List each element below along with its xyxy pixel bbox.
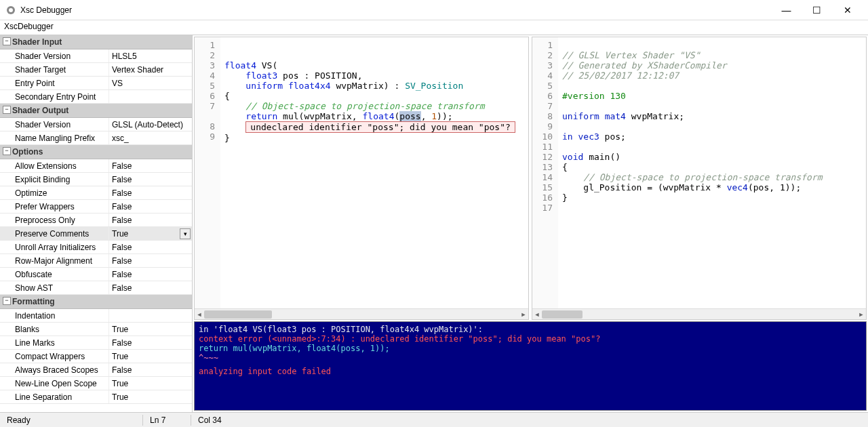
code-content[interactable]: // GLSL Vertex Shader "VS" // Generated …: [558, 37, 866, 308]
property-value[interactable]: True: [108, 377, 192, 390]
scroll-right-arrow[interactable]: ►: [856, 309, 866, 320]
console-line: analyzing input code failed: [199, 367, 862, 376]
property-value[interactable]: False: [108, 281, 192, 294]
property-row[interactable]: Compact WrappersTrue: [0, 350, 192, 363]
property-value[interactable]: HLSL5: [108, 49, 192, 62]
property-row[interactable]: New-Line Open ScopeTrue: [0, 377, 192, 390]
dropdown-arrow-icon[interactable]: ▾: [180, 228, 191, 239]
property-row[interactable]: Shader VersionHLSL5: [0, 49, 192, 63]
property-value[interactable]: xsc_: [108, 131, 192, 144]
property-row[interactable]: Line SeparationTrue: [0, 390, 192, 404]
property-value[interactable]: False: [108, 268, 192, 281]
scroll-left-arrow[interactable]: ◄: [532, 309, 542, 320]
property-row[interactable]: Shader VersionGLSL (Auto-Detect): [0, 118, 192, 131]
title-bar: Xsc Debugger — ☐ ✕: [0, 0, 868, 20]
property-row[interactable]: Preserve CommentsTrue▾: [0, 227, 192, 241]
property-value[interactable]: Vertex Shader: [108, 63, 192, 76]
property-value[interactable]: [108, 309, 192, 322]
property-row[interactable]: Secondary Entry Point: [0, 90, 192, 104]
scroll-left-arrow[interactable]: ◄: [195, 309, 204, 320]
property-row[interactable]: Name Mangling Prefixxsc_: [0, 131, 192, 145]
horizontal-scrollbar[interactable]: ◄ ►: [532, 308, 866, 319]
line-gutter: 1 2 3 4 5 6 7 8 9: [195, 37, 220, 308]
property-value[interactable]: False: [108, 186, 192, 199]
close-button[interactable]: ✕: [832, 1, 863, 20]
property-label: Shader Version: [0, 52, 108, 61]
scroll-right-arrow[interactable]: ►: [519, 309, 528, 320]
minimize-button[interactable]: —: [771, 1, 802, 20]
property-group-header[interactable]: Shader Output: [0, 104, 192, 118]
property-row[interactable]: Explicit BindingFalse: [0, 173, 192, 186]
error-tooltip: undeclared identifier "poss"; did you me…: [245, 121, 515, 133]
property-value[interactable]: False: [108, 254, 192, 267]
property-label: Always Braced Scopes: [0, 365, 108, 375]
status-line: Ln 7: [143, 415, 191, 425]
menu-bar[interactable]: XscDebugger: [0, 20, 868, 35]
property-label: Indentation: [0, 311, 108, 321]
property-label: Allow Extensions: [0, 161, 108, 171]
property-row[interactable]: Preprocess OnlyFalse: [0, 214, 192, 227]
horizontal-scrollbar[interactable]: ◄ ►: [195, 308, 528, 319]
property-label: Shader Version: [0, 120, 108, 129]
property-row[interactable]: Allow ExtensionsFalse: [0, 159, 192, 173]
property-label: Entry Point: [0, 79, 108, 88]
property-group-header[interactable]: Options: [0, 145, 192, 159]
property-value[interactable]: False: [108, 241, 192, 253]
property-label: Prefer Wrappers: [0, 202, 108, 211]
property-value[interactable]: False: [108, 173, 192, 186]
property-value[interactable]: False: [108, 363, 192, 376]
property-label: Show AST: [0, 283, 108, 293]
property-value[interactable]: False: [108, 159, 192, 172]
property-value[interactable]: [108, 90, 192, 103]
scroll-thumb[interactable]: [542, 310, 583, 319]
console-line: context error (<unnamed>:7:34) : undecla…: [199, 334, 862, 344]
status-bar: Ready Ln 7 Col 34: [0, 412, 868, 427]
property-row[interactable]: Indentation: [0, 309, 192, 323]
property-grid[interactable]: Shader InputShader VersionHLSL5Shader Ta…: [0, 35, 193, 412]
app-icon: [5, 5, 16, 16]
output-editor[interactable]: 1 2 3 4 5 6 7 8 9 10 11 12 13 14 15 16 1…: [532, 37, 867, 320]
window-title: Xsc Debugger: [20, 5, 771, 15]
property-label: Secondary Entry Point: [0, 92, 108, 102]
property-value[interactable]: True: [108, 350, 192, 363]
property-value[interactable]: True: [108, 323, 192, 336]
property-value[interactable]: VS: [108, 77, 192, 89]
output-console[interactable]: in 'float4 VS(float3 pos : POSITION, flo…: [194, 321, 867, 411]
source-editor[interactable]: 1 2 3 4 5 6 7 8 9 float4 VS( float3 pos …: [194, 37, 529, 320]
maximize-button[interactable]: ☐: [802, 1, 832, 20]
property-row[interactable]: BlanksTrue: [0, 323, 192, 336]
property-label: New-Line Open Scope: [0, 379, 108, 388]
property-value[interactable]: False: [108, 214, 192, 226]
property-row[interactable]: Always Braced ScopesFalse: [0, 363, 192, 377]
property-label: Line Separation: [0, 392, 108, 402]
property-value[interactable]: True: [108, 390, 192, 403]
property-row[interactable]: ObfuscateFalse: [0, 268, 192, 281]
property-label: Explicit Binding: [0, 175, 108, 184]
property-row[interactable]: Show ASTFalse: [0, 281, 192, 295]
property-group-header[interactable]: Shader Input: [0, 35, 192, 49]
property-label: Preprocess Only: [0, 216, 108, 225]
status-col: Col 34: [191, 415, 229, 425]
property-row[interactable]: Entry PointVS: [0, 77, 192, 90]
property-row[interactable]: Shader TargetVertex Shader: [0, 63, 192, 77]
property-label: Name Mangling Prefix: [0, 134, 108, 143]
property-row[interactable]: Line MarksFalse: [0, 336, 192, 350]
property-value[interactable]: False: [108, 336, 192, 349]
property-label: Obfuscate: [0, 270, 108, 279]
scroll-thumb[interactable]: [204, 310, 272, 319]
property-row[interactable]: Row-Major AlignmentFalse: [0, 254, 192, 268]
property-row[interactable]: Unroll Array InitializersFalse: [0, 241, 192, 254]
property-value[interactable]: False: [108, 200, 192, 213]
console-line: return mul(wvpMatrix, float4(poss, 1));: [199, 344, 862, 353]
property-row[interactable]: Prefer WrappersFalse: [0, 200, 192, 214]
property-value[interactable]: True▾: [108, 227, 192, 240]
console-line: in 'float4 VS(float3 pos : POSITION, flo…: [199, 325, 862, 334]
property-row[interactable]: OptimizeFalse: [0, 186, 192, 200]
property-label: Shader Target: [0, 65, 108, 75]
property-group-header[interactable]: Formatting: [0, 295, 192, 309]
line-gutter: 1 2 3 4 5 6 7 8 9 10 11 12 13 14 15 16 1…: [532, 37, 558, 308]
code-content[interactable]: float4 VS( float3 pos : POSITION, unifor…: [220, 37, 528, 308]
property-value[interactable]: GLSL (Auto-Detect): [108, 118, 192, 131]
menu-item[interactable]: XscDebugger: [4, 22, 54, 31]
console-line: ^~~~: [199, 353, 862, 363]
